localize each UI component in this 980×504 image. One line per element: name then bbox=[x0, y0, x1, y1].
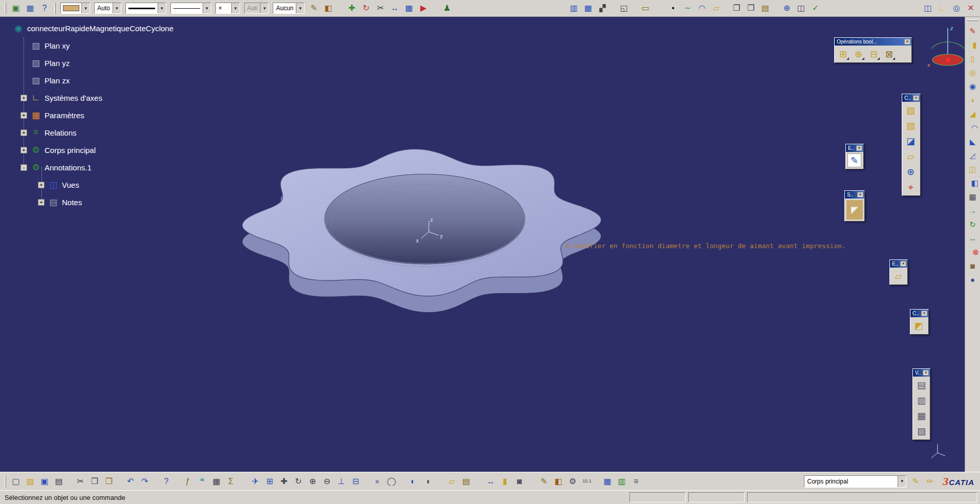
plane-icon[interactable]: ▱ bbox=[904, 149, 918, 163]
tree-root[interactable]: ◉ connecteurRapideMagnetiqueCoteCyclone bbox=[0, 19, 256, 37]
multi-view-icon[interactable]: ⊟ bbox=[349, 475, 362, 488]
rib-icon[interactable]: ◖ bbox=[967, 94, 979, 106]
apply-material-icon[interactable]: ◙ bbox=[967, 259, 979, 272]
palette-title-bar[interactable]: C.. × bbox=[902, 94, 920, 102]
palette-title-bar[interactable]: V.. × bbox=[913, 369, 930, 377]
box-icon[interactable]: ◫ bbox=[794, 2, 808, 15]
front-view-icon[interactable]: ▤ bbox=[914, 378, 928, 392]
tree-item-plan-zx[interactable]: ▨ Plan zx bbox=[0, 72, 256, 89]
hole-icon[interactable]: ◉ bbox=[967, 80, 979, 92]
power-input-pane[interactable] bbox=[747, 492, 977, 502]
close-icon[interactable]: × bbox=[856, 145, 862, 151]
redo-icon[interactable]: ↷ bbox=[138, 475, 151, 488]
paste-doc-icon[interactable]: ❒ bbox=[744, 2, 757, 15]
graph-icon[interactable]: ▥ bbox=[615, 475, 628, 488]
knowledge-icon[interactable]: Σ bbox=[224, 475, 237, 488]
view-compass[interactable]: z y x bbox=[927, 25, 965, 68]
section-view-icon[interactable]: ▥ bbox=[914, 393, 928, 407]
toolbar-grip[interactable] bbox=[5, 476, 6, 487]
point-icon[interactable]: • bbox=[666, 2, 680, 15]
flyout-arrow-icon[interactable] bbox=[892, 57, 895, 60]
sketcher-icon[interactable]: ✎ bbox=[967, 25, 979, 37]
dot-grid-icon[interactable]: ▞ bbox=[596, 2, 609, 15]
close-icon[interactable]: × bbox=[904, 39, 910, 45]
pencil-icon[interactable]: ✎ bbox=[537, 475, 551, 488]
fit-all-icon[interactable]: ⊞ bbox=[263, 475, 276, 488]
insert-body-icon[interactable]: ◫ bbox=[921, 2, 934, 15]
symmetry-icon[interactable]: ↔ bbox=[967, 232, 979, 244]
magnet-icon[interactable]: ▶ bbox=[417, 2, 430, 15]
axis-sketch-icon[interactable]: ✎ bbox=[307, 2, 320, 15]
palette-title-bar[interactable]: E.. × bbox=[846, 144, 863, 152]
offset-section-view-icon[interactable]: ▦ bbox=[914, 409, 928, 423]
tree-item-corps-principal[interactable]: + ⚙ Corps principal bbox=[0, 141, 256, 159]
close-icon[interactable]: × bbox=[923, 370, 929, 376]
viewport-3d[interactable]: z y x z y x ◉ connecteurRapi bbox=[0, 17, 965, 472]
move-icon[interactable]: ✚ bbox=[345, 2, 358, 15]
chamfer-icon[interactable]: ◣ bbox=[967, 135, 979, 147]
abc-check-icon[interactable]: ✓ bbox=[809, 2, 822, 15]
world-icon[interactable]: ⊕ bbox=[780, 2, 793, 15]
cut-icon[interactable]: ✂ bbox=[74, 475, 87, 488]
list-icon[interactable]: ≡ bbox=[629, 475, 643, 488]
toolbar-grip[interactable] bbox=[54, 3, 56, 14]
fly-mode-icon[interactable]: ✈ bbox=[249, 475, 262, 488]
tile-windows-icon[interactable]: ▦ bbox=[24, 2, 37, 15]
axis-target-icon[interactable]: ⌖ bbox=[904, 180, 918, 194]
toolbar-grip[interactable] bbox=[5, 3, 6, 14]
chevron-down-icon[interactable]: ▼ bbox=[231, 3, 239, 13]
palette-title-bar[interactable]: E.. × bbox=[890, 260, 907, 268]
flyout-arrow-icon[interactable] bbox=[862, 57, 864, 60]
tree-expander[interactable]: + bbox=[20, 129, 27, 136]
print-icon[interactable]: ▤ bbox=[52, 475, 66, 488]
tree-item-parametres[interactable]: + ▦ Paramètres bbox=[0, 106, 256, 124]
chevron-down-icon[interactable]: ▼ bbox=[113, 3, 121, 13]
split-icon[interactable]: ✂ bbox=[374, 2, 387, 15]
thickness-combo[interactable]: Auto ▼ bbox=[94, 3, 121, 14]
paste-icon[interactable]: ❒ bbox=[102, 475, 116, 488]
pocket-icon[interactable]: ▯ bbox=[967, 52, 979, 64]
copy-icon[interactable]: ❐ bbox=[88, 475, 101, 488]
translate-icon[interactable]: → bbox=[967, 204, 979, 216]
close-icon[interactable]: × bbox=[857, 192, 863, 198]
chevron-down-icon[interactable]: ▼ bbox=[158, 3, 166, 13]
snap-grid-icon[interactable]: ▦ bbox=[402, 2, 416, 15]
sphere-icon[interactable]: ⊕ bbox=[904, 165, 918, 179]
tree-item-relations[interactable]: + ≡ Relations bbox=[0, 124, 256, 141]
aligned-section-view-icon[interactable]: ▧ bbox=[914, 424, 928, 438]
intersect-body-icon[interactable]: ⊠ bbox=[882, 47, 896, 61]
rotate-icon[interactable]: ↻ bbox=[359, 2, 373, 15]
zoom-out-icon[interactable]: ⊖ bbox=[320, 475, 334, 488]
toolbar-grip[interactable] bbox=[967, 19, 978, 21]
axis-system-icon[interactable]: ∟ bbox=[935, 2, 949, 15]
plane-icon[interactable]: ▱ bbox=[891, 269, 905, 283]
wireframe-icon[interactable]: ◯ bbox=[385, 475, 398, 488]
zoom-area-icon[interactable]: ◱ bbox=[617, 2, 630, 15]
model-annotation-note[interactable]: A modifier en fonction diametre et longe… bbox=[565, 242, 846, 250]
tree-expander[interactable]: + bbox=[20, 112, 27, 119]
pattern-icon[interactable]: ▦ bbox=[967, 190, 979, 203]
catalog-icon[interactable]: ▤ bbox=[460, 475, 473, 488]
mirror-icon[interactable]: ◧ bbox=[969, 177, 980, 189]
tree-item-notes[interactable]: + ▤ Notes bbox=[0, 193, 256, 211]
hide-show-icon[interactable]: ◐ bbox=[406, 475, 420, 488]
help-icon[interactable]: ? bbox=[160, 475, 173, 488]
datum-plane-icon[interactable]: ▱ bbox=[445, 475, 459, 488]
close-icon[interactable]: × bbox=[913, 95, 919, 101]
chevron-down-icon[interactable]: ▼ bbox=[81, 3, 90, 13]
shading-icon[interactable]: ● bbox=[371, 475, 384, 488]
palette-title-bar[interactable]: S.. × bbox=[845, 191, 864, 199]
copy-format-icon[interactable]: ✏ bbox=[923, 475, 937, 488]
chevron-down-icon[interactable]: ▼ bbox=[296, 3, 304, 13]
shell-icon[interactable]: ◫ bbox=[967, 163, 979, 175]
inertia-icon[interactable]: ▮ bbox=[498, 475, 512, 488]
active-body-combo[interactable]: Corps principal ▼ bbox=[804, 475, 906, 488]
line-weight-combo[interactable]: ▼ bbox=[125, 3, 166, 14]
sketch-sheet-icon[interactable]: ✎ bbox=[847, 154, 861, 167]
tree-item-plan-xy[interactable]: ▨ Plan xy bbox=[0, 37, 256, 54]
tree-item-annotations[interactable]: - ⚙ Annotations.1 bbox=[0, 159, 256, 176]
new-document-icon[interactable]: ▢ bbox=[9, 475, 23, 488]
pad-icon[interactable]: ▧ bbox=[904, 103, 918, 117]
whats-this-icon[interactable]: ? bbox=[38, 2, 51, 15]
tree-expander[interactable]: + bbox=[38, 182, 45, 188]
